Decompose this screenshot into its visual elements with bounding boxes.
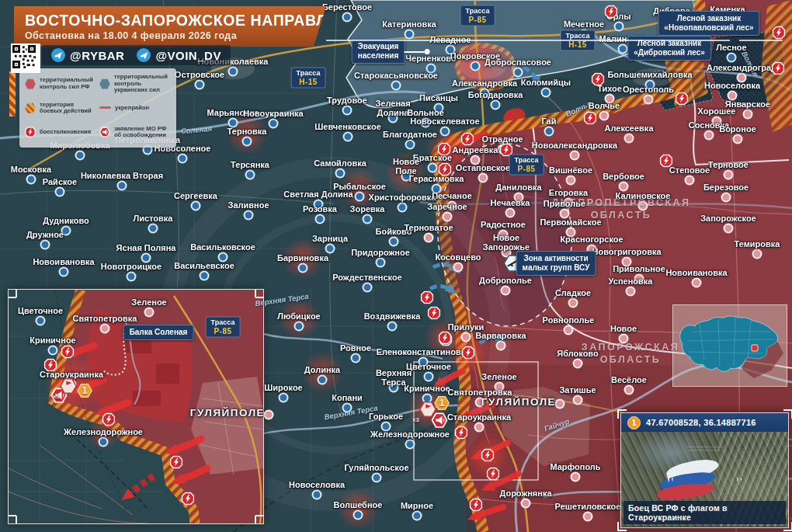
town-label: Даниловка [495, 183, 541, 193]
town-label: Березовое [703, 183, 749, 193]
explosion-icon [605, 5, 618, 19]
town-label: Привольное [613, 265, 665, 274]
town-marker [59, 267, 69, 277]
town-label: Московка [11, 165, 51, 175]
town-marker [461, 332, 471, 342]
town-marker [315, 214, 325, 224]
town-label: Берестовое [322, 3, 372, 12]
town-label: Егоровка [549, 189, 588, 198]
explosion-icon [660, 155, 673, 168]
town-label: Широкое [264, 384, 302, 393]
town-label: Александроград [707, 64, 776, 73]
town-label: Косовцево [435, 253, 481, 263]
explosion-icon [584, 112, 597, 125]
town-label: Затишье [559, 386, 596, 395]
town-label: Новогригоровка [592, 248, 661, 257]
town-label: Радостное [481, 221, 526, 230]
town-marker [353, 510, 363, 520]
photo-caption: Боец ВС РФ с флагом в Староукраинке [624, 501, 786, 524]
town-marker [355, 192, 365, 202]
town-marker [424, 233, 434, 243]
photo-image: Боец ВС РФ с флагом в Староукраинке [621, 432, 788, 527]
town-label: Барвиновка [277, 254, 328, 263]
town-marker [36, 316, 46, 326]
flag-icon: x3 [60, 377, 77, 395]
town-label: Новоселовка [289, 481, 345, 490]
town-label: Верхняя Терса [372, 369, 415, 387]
town-marker [412, 511, 422, 521]
town-label: Андреевка [453, 146, 498, 155]
road-badge: ТрассаР-85 [206, 317, 241, 338]
road-badge: ТрассаР-85 [460, 5, 495, 26]
town-marker [474, 422, 485, 433]
megaphone-legend-icon [99, 127, 110, 137]
town-label: Нечаевка [491, 199, 530, 208]
town-marker [200, 271, 210, 281]
town-marker [363, 283, 373, 293]
town-label: Остаповское [456, 164, 510, 173]
town-label: Писанцы [419, 94, 458, 103]
town-label: Темировка [735, 240, 780, 249]
town-marker [505, 208, 516, 218]
town-label: Староукраинка [447, 413, 511, 422]
town-label: Дудниково [43, 217, 89, 226]
town-marker [501, 286, 511, 296]
explosion-icon [772, 62, 785, 75]
town-marker [55, 187, 65, 197]
town-marker [312, 490, 322, 500]
explosion-icon [421, 291, 434, 304]
town-marker [405, 140, 415, 150]
photo-corner-bracket [617, 522, 627, 531]
legend-item: заявление МО РФ об освобождении [99, 122, 171, 142]
legend-label: укрепрайон [115, 105, 149, 112]
town-label: Благодатное [383, 130, 437, 140]
vsu-callout: Зона активностималых групп ВСУ [516, 251, 596, 276]
map-canvas: 1 47.67008528, 36.14887716 Боец ВС РФ с … [0, 0, 792, 532]
town-label: Цветочное [18, 307, 63, 316]
town-marker [568, 298, 578, 308]
town-marker [318, 375, 328, 385]
header-rule [739, 40, 783, 41]
town-label: Марфополь [550, 463, 600, 472]
town-marker [144, 308, 155, 318]
town-marker [573, 395, 583, 405]
channel-handle[interactable]: @VOIN_DV [137, 48, 221, 62]
town-label: Хорошее [698, 107, 736, 116]
channel-handle[interactable]: @RYBAR [51, 48, 124, 62]
balka-callout: Балка Соленая [123, 325, 194, 340]
legend-accent-bar [9, 71, 16, 116]
photo-header: 1 47.67008528, 36.14887716 [621, 413, 788, 432]
town-marker [335, 169, 346, 179]
town-label: Катериновка [382, 20, 436, 30]
town-marker [48, 346, 58, 356]
town-marker [387, 322, 398, 332]
town-label: Старокасьяновское [354, 71, 438, 81]
town-label: Райское [43, 178, 77, 187]
explosion-icon [170, 456, 183, 469]
town-label: Решетиловское [555, 502, 621, 512]
title-banner: ВОСТОЧНО-ЗАПОРОЖСКОЕ НАПРАВЛЕНИЕ Обстано… [14, 6, 326, 47]
town-label: Красногорское [560, 235, 623, 245]
town-marker [614, 22, 624, 32]
town-label: Святопетровка [73, 315, 137, 324]
map-legend: территориальный контроль сил РФтерритори… [19, 68, 176, 148]
town-label: Яблоково [557, 349, 598, 359]
town-label: Ровнополье [543, 316, 595, 325]
legend-item: укрепрайон [99, 98, 171, 118]
line-red-legend-icon [99, 103, 111, 113]
town-label: Новоукраинка [243, 110, 303, 119]
town-marker [405, 30, 415, 40]
town-label: Сергеевка [174, 192, 217, 201]
town-marker [148, 224, 158, 234]
town-marker [428, 163, 438, 173]
town-marker [583, 512, 593, 522]
town-label: Новоскелеватое [410, 117, 479, 127]
town-label: Приволье [544, 200, 585, 209]
town-label: Островское [175, 71, 224, 80]
photo-panel: 1 47.67008528, 36.14887716 Боец ВС РФ с … [620, 412, 789, 528]
legend-label: территория боевых действий [40, 102, 93, 115]
town-marker [491, 100, 501, 110]
town-label: Доброспасовое [485, 58, 551, 68]
town-label: Мирное [401, 502, 433, 511]
town-label: Зеленое [481, 373, 516, 382]
